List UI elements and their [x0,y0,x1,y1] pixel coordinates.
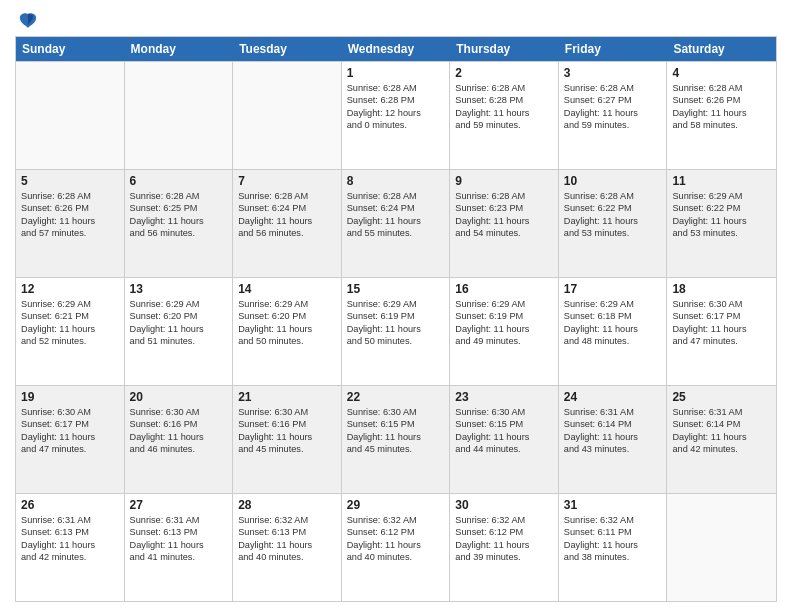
logo [15,10,39,28]
cell-info-line: Sunrise: 6:28 AM [672,82,771,94]
cell-info-line: and 59 minutes. [564,119,662,131]
cell-info-line: Sunrise: 6:28 AM [564,82,662,94]
logo-bird-icon [17,10,39,32]
empty-cell [16,62,125,169]
day-cell: 7Sunrise: 6:28 AMSunset: 6:24 PMDaylight… [233,170,342,277]
cell-info-line: Sunrise: 6:30 AM [21,406,119,418]
cell-info-line: Daylight: 11 hours [21,539,119,551]
cell-info-line: and 51 minutes. [130,335,228,347]
day-cell: 27Sunrise: 6:31 AMSunset: 6:13 PMDayligh… [125,494,234,601]
page: SundayMondayTuesdayWednesdayThursdayFrid… [0,0,792,612]
day-number: 7 [238,174,336,188]
day-number: 14 [238,282,336,296]
calendar-row: 12Sunrise: 6:29 AMSunset: 6:21 PMDayligh… [16,277,776,385]
cell-info-line: Sunset: 6:14 PM [672,418,771,430]
cell-info-line: and 42 minutes. [672,443,771,455]
cell-info-line: Daylight: 11 hours [347,431,445,443]
cell-info-line: and 53 minutes. [672,227,771,239]
day-number: 23 [455,390,553,404]
cell-info-line: Daylight: 11 hours [455,431,553,443]
day-number: 5 [21,174,119,188]
cell-info-line: Sunset: 6:28 PM [347,94,445,106]
cell-info-line: Daylight: 11 hours [130,323,228,335]
day-cell: 25Sunrise: 6:31 AMSunset: 6:14 PMDayligh… [667,386,776,493]
cell-info-line: Sunset: 6:17 PM [21,418,119,430]
day-cell: 21Sunrise: 6:30 AMSunset: 6:16 PMDayligh… [233,386,342,493]
cell-info-line: Daylight: 11 hours [130,431,228,443]
cell-info-line: Sunset: 6:25 PM [130,202,228,214]
header [15,10,777,28]
cell-info-line: and 55 minutes. [347,227,445,239]
cell-info-line: Daylight: 11 hours [564,215,662,227]
cell-info-line: Daylight: 11 hours [347,323,445,335]
day-number: 2 [455,66,553,80]
cell-info-line: Sunrise: 6:30 AM [238,406,336,418]
cell-info-line: Sunrise: 6:30 AM [347,406,445,418]
cell-info-line: Sunset: 6:12 PM [347,526,445,538]
cell-info-line: Daylight: 11 hours [455,539,553,551]
cell-info-line: Daylight: 11 hours [238,323,336,335]
day-number: 17 [564,282,662,296]
day-number: 10 [564,174,662,188]
cell-info-line: Sunrise: 6:28 AM [21,190,119,202]
cell-info-line: Sunset: 6:19 PM [347,310,445,322]
cell-info-line: Daylight: 11 hours [455,215,553,227]
day-cell: 6Sunrise: 6:28 AMSunset: 6:25 PMDaylight… [125,170,234,277]
day-number: 12 [21,282,119,296]
day-cell: 19Sunrise: 6:30 AMSunset: 6:17 PMDayligh… [16,386,125,493]
cell-info-line: Sunrise: 6:29 AM [564,298,662,310]
cell-info-line: Sunrise: 6:28 AM [347,190,445,202]
cell-info-line: Sunrise: 6:29 AM [672,190,771,202]
cell-info-line: and 48 minutes. [564,335,662,347]
cell-info-line: Daylight: 11 hours [347,539,445,551]
cell-info-line: Daylight: 11 hours [238,539,336,551]
cell-info-line: and 50 minutes. [347,335,445,347]
cell-info-line: and 40 minutes. [347,551,445,563]
cell-info-line: and 39 minutes. [455,551,553,563]
day-number: 13 [130,282,228,296]
cell-info-line: Daylight: 11 hours [672,107,771,119]
cell-info-line: Sunset: 6:13 PM [21,526,119,538]
cell-info-line: Sunrise: 6:29 AM [21,298,119,310]
cell-info-line: Sunset: 6:17 PM [672,310,771,322]
day-cell: 5Sunrise: 6:28 AMSunset: 6:26 PMDaylight… [16,170,125,277]
cell-info-line: Sunset: 6:26 PM [21,202,119,214]
day-cell: 30Sunrise: 6:32 AMSunset: 6:12 PMDayligh… [450,494,559,601]
cell-info-line: Sunrise: 6:28 AM [455,190,553,202]
cell-info-line: and 53 minutes. [564,227,662,239]
cell-info-line: Daylight: 11 hours [564,539,662,551]
day-number: 27 [130,498,228,512]
cell-info-line: Sunset: 6:12 PM [455,526,553,538]
cell-info-line: Sunrise: 6:28 AM [238,190,336,202]
cell-info-line: Sunset: 6:16 PM [130,418,228,430]
cell-info-line: and 56 minutes. [238,227,336,239]
day-cell: 8Sunrise: 6:28 AMSunset: 6:24 PMDaylight… [342,170,451,277]
cell-info-line: Sunrise: 6:32 AM [564,514,662,526]
day-number: 24 [564,390,662,404]
cell-info-line: Sunset: 6:23 PM [455,202,553,214]
day-cell: 10Sunrise: 6:28 AMSunset: 6:22 PMDayligh… [559,170,668,277]
cell-info-line: Daylight: 11 hours [564,431,662,443]
day-number: 9 [455,174,553,188]
cell-info-line: and 56 minutes. [130,227,228,239]
day-number: 28 [238,498,336,512]
day-of-week-header: Friday [559,37,668,61]
day-cell: 15Sunrise: 6:29 AMSunset: 6:19 PMDayligh… [342,278,451,385]
day-cell: 1Sunrise: 6:28 AMSunset: 6:28 PMDaylight… [342,62,451,169]
day-cell: 11Sunrise: 6:29 AMSunset: 6:22 PMDayligh… [667,170,776,277]
cell-info-line: Sunset: 6:21 PM [21,310,119,322]
cell-info-line: Sunrise: 6:30 AM [455,406,553,418]
cell-info-line: and 45 minutes. [238,443,336,455]
day-number: 30 [455,498,553,512]
cell-info-line: Daylight: 11 hours [455,107,553,119]
cell-info-line: Sunset: 6:24 PM [238,202,336,214]
day-cell: 31Sunrise: 6:32 AMSunset: 6:11 PMDayligh… [559,494,668,601]
cell-info-line: Daylight: 11 hours [564,107,662,119]
cell-info-line: Daylight: 12 hours [347,107,445,119]
cell-info-line: and 45 minutes. [347,443,445,455]
day-of-week-header: Wednesday [342,37,451,61]
cell-info-line: Sunset: 6:22 PM [564,202,662,214]
day-cell: 28Sunrise: 6:32 AMSunset: 6:13 PMDayligh… [233,494,342,601]
cell-info-line: Sunrise: 6:29 AM [455,298,553,310]
day-number: 15 [347,282,445,296]
